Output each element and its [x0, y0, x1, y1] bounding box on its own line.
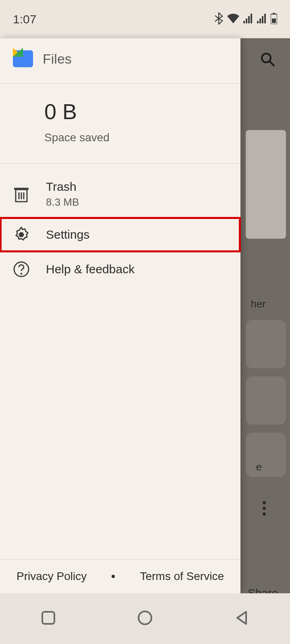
menu-item-help[interactable]: Help & feedback	[0, 252, 240, 287]
signal-icon	[243, 14, 253, 25]
recents-button[interactable]	[41, 610, 56, 627]
system-nav-bar	[0, 593, 290, 644]
more-icon	[263, 501, 266, 516]
svg-rect-21	[42, 612, 54, 624]
menu-label: Trash	[46, 180, 79, 194]
wifi-icon	[227, 14, 239, 25]
svg-rect-4	[257, 21, 259, 23]
menu-label: Help & feedback	[46, 262, 135, 276]
bg-partial-text: e	[256, 461, 262, 473]
svg-rect-10	[272, 19, 276, 23]
search-icon	[261, 52, 275, 67]
svg-point-11	[262, 54, 271, 62]
status-bar: 1:07	[0, 0, 290, 38]
svg-rect-6	[262, 16, 263, 23]
svg-point-20	[21, 273, 22, 275]
files-logo-icon	[13, 50, 33, 67]
battery-icon	[271, 13, 277, 26]
back-button[interactable]	[234, 610, 249, 627]
bg-chip	[246, 376, 286, 425]
bg-chip	[246, 320, 286, 368]
bg-chip	[246, 433, 286, 477]
home-button[interactable]	[137, 610, 153, 627]
terms-link[interactable]: Terms of Service	[140, 570, 224, 583]
svg-rect-7	[264, 14, 266, 23]
svg-rect-3	[251, 14, 252, 23]
status-icons	[214, 12, 277, 26]
status-time: 1:07	[13, 12, 36, 26]
svg-point-22	[139, 611, 151, 624]
svg-rect-1	[246, 19, 247, 23]
menu-label: Settings	[46, 228, 89, 242]
bg-document-card	[246, 130, 286, 239]
signal-icon-2	[257, 14, 267, 25]
svg-rect-5	[259, 19, 261, 23]
menu-item-settings[interactable]: Settings	[0, 217, 240, 252]
bg-partial-text: her	[251, 298, 266, 310]
drawer-title: Files	[43, 51, 72, 67]
trash-icon	[13, 186, 30, 203]
space-saved-section[interactable]: 0 B Space saved	[0, 84, 240, 164]
svg-rect-0	[243, 21, 245, 23]
navigation-drawer: Files 0 B Space saved Trash 8.3 MB Setti…	[0, 38, 240, 593]
separator-dot	[112, 575, 115, 578]
space-label: Space saved	[44, 131, 228, 144]
space-value: 0 B	[44, 99, 228, 124]
svg-line-12	[270, 62, 274, 66]
menu-list: Trash 8.3 MB Settings Help & feedback	[0, 164, 240, 559]
privacy-policy-link[interactable]: Privacy Policy	[17, 570, 87, 583]
menu-item-trash[interactable]: Trash 8.3 MB	[0, 171, 240, 217]
svg-rect-2	[248, 16, 250, 23]
search-button-bg	[250, 41, 286, 78]
menu-sublabel: 8.3 MB	[46, 196, 79, 208]
drawer-header: Files	[0, 38, 240, 84]
gear-icon	[13, 226, 30, 243]
help-icon	[13, 261, 30, 278]
svg-rect-14	[14, 188, 29, 190]
svg-point-18	[19, 232, 24, 237]
drawer-footer: Privacy Policy Terms of Service	[0, 559, 240, 593]
bluetooth-icon	[214, 12, 223, 26]
